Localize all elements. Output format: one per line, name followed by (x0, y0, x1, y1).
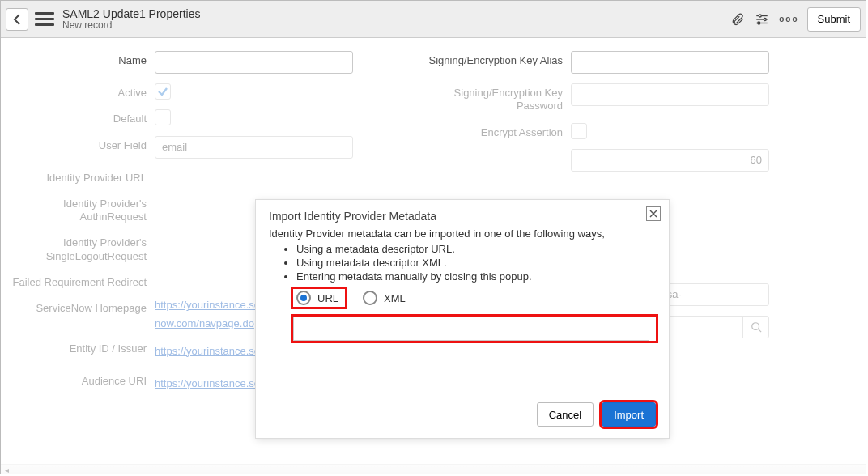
modal-close-button[interactable] (646, 206, 661, 221)
radio-url-label: URL (317, 292, 338, 304)
more-icon[interactable]: ooo (779, 15, 798, 23)
input-key-alias[interactable] (571, 51, 769, 74)
attachment-icon[interactable] (730, 12, 745, 27)
settings-sliders-icon[interactable] (755, 12, 769, 27)
form-area: Name Active Default User Field (1, 38, 866, 474)
label-key-alias: Signing/Encryption Key Alias (417, 51, 571, 67)
page-title-block: SAML2 Update1 Properties New record (62, 7, 730, 32)
svg-point-1 (759, 15, 761, 17)
svg-point-3 (764, 18, 766, 20)
radio-option-url[interactable]: URL (293, 289, 345, 307)
modal-bullet-list: Using a metadata descriptor URL. Using m… (269, 243, 656, 283)
modal-bullet: Entering metadata manually by closing th… (296, 270, 656, 283)
radio-xml-label: XML (384, 292, 406, 304)
modal-description: Identity Provider metadata can be import… (269, 227, 656, 240)
modal-bullet: Using a metadata descriptor URL. (296, 243, 656, 255)
cancel-button[interactable]: Cancel (537, 402, 594, 427)
svg-point-5 (758, 22, 760, 24)
radio-group-metadata-type: URL XML (293, 289, 656, 307)
import-button[interactable]: Import (602, 402, 656, 427)
metadata-url-input-wrap (293, 317, 656, 341)
submit-button[interactable]: Submit (807, 7, 861, 32)
modal-bullet: Using metadata descriptor XML. (296, 257, 656, 269)
header-bar: SAML2 Update1 Properties New record ooo … (1, 1, 866, 38)
radio-url[interactable] (296, 291, 311, 305)
menu-icon[interactable] (35, 10, 54, 29)
label-name: Name (1, 51, 155, 67)
modal-title: Import Identity Provider Metadata (269, 210, 656, 223)
page-subtitle: New record (62, 20, 730, 32)
metadata-url-input[interactable] (293, 317, 649, 341)
back-button[interactable] (6, 8, 28, 31)
radio-xml[interactable] (363, 291, 377, 305)
radio-option-xml[interactable]: XML (363, 291, 406, 305)
import-metadata-modal: Import Identity Provider Metadata Identi… (256, 200, 669, 438)
input-name[interactable] (155, 51, 353, 74)
page-title: SAML2 Update1 Properties (62, 7, 730, 20)
